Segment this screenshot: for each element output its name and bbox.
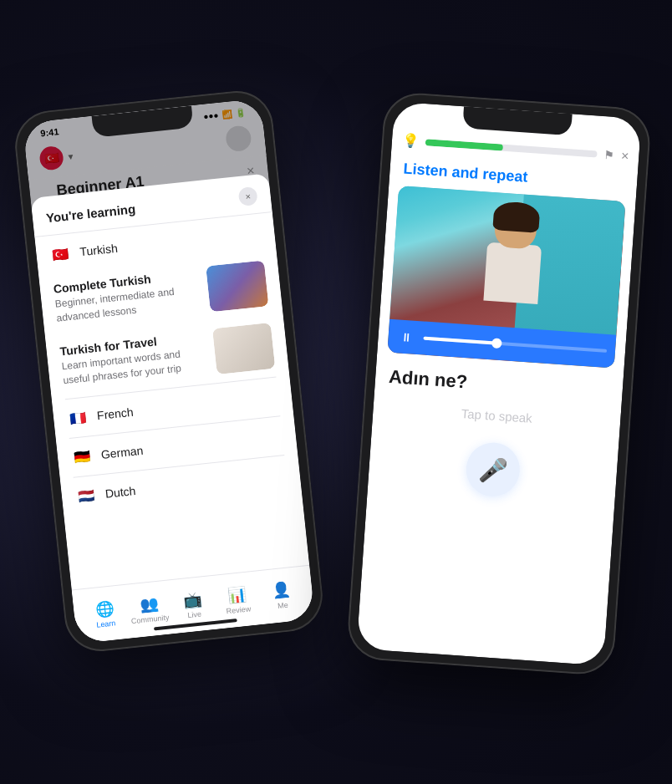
german-lang-label: German (100, 444, 144, 461)
bottom-nav: 🌐 Learn 👥 Community 📺 Live 📊 (72, 565, 315, 644)
learn-icon: 🌐 (94, 599, 115, 619)
complete-turkish-info: Complete Turkish Beginner, intermediate … (53, 267, 203, 326)
nav-me[interactable]: 👤 Me (259, 579, 303, 612)
person-body (483, 242, 542, 304)
left-app: 9:41 ●●● 📶 🔋 🇹🇷 ▼ (23, 99, 315, 644)
pause-button[interactable]: ⏸ (396, 326, 418, 348)
turkish-lang-label: Turkish (79, 242, 119, 259)
phones-container: 9:41 ●●● 📶 🔋 🇹🇷 ▼ (23, 33, 649, 751)
person-hair (492, 201, 540, 233)
left-screen: 9:41 ●●● 📶 🔋 🇹🇷 ▼ (23, 99, 315, 644)
modal-title: You're learning (45, 201, 136, 225)
live-icon: 📺 (183, 589, 203, 609)
city-thumbnail (206, 260, 268, 312)
dutch-lang-label: Dutch (104, 484, 136, 501)
live-label: Live (187, 610, 201, 620)
right-screen: 💡 ⚑ × Listen and repeat (356, 101, 641, 665)
nav-learn[interactable]: 🌐 Learn (83, 598, 127, 630)
right-app: 💡 ⚑ × Listen and repeat (356, 101, 641, 665)
right-phone: 💡 ⚑ × Listen and repeat (346, 91, 653, 677)
microphone-button[interactable]: 🎤 (465, 441, 522, 498)
review-icon: 📊 (227, 585, 247, 605)
learn-label: Learn (96, 619, 116, 629)
audio-thumb (491, 338, 502, 349)
audio-progress[interactable] (423, 337, 607, 353)
french-lang-label: French (96, 405, 134, 422)
me-icon: 👤 (271, 580, 291, 600)
progress-bar (425, 139, 598, 157)
travel-turkish-thumb (212, 323, 275, 374)
nav-review[interactable]: 📊 Review (216, 583, 260, 616)
progress-fill (425, 139, 503, 150)
modal-sheet: You're learning × 🇹🇷 Turkish Complete Tu… (30, 173, 314, 644)
photo-area: ⏸ (387, 186, 625, 368)
review-label: Review (226, 604, 251, 615)
community-label: Community (131, 613, 170, 626)
travel-turkish-info: Turkish for Travel Learn important words… (59, 329, 210, 388)
german-flag-icon: 🇩🇪 (70, 445, 94, 469)
dutch-flag-icon: 🇳🇱 (74, 484, 99, 508)
me-label: Me (277, 601, 288, 610)
complete-turkish-thumb (206, 260, 268, 312)
turkish-flag-icon: 🇹🇷 (48, 242, 73, 266)
community-icon: 👥 (139, 594, 159, 614)
nav-live[interactable]: 📺 Live (171, 588, 216, 621)
bulb-icon: 💡 (401, 132, 419, 149)
nav-community[interactable]: 👥 Community (127, 593, 171, 626)
person-shape (457, 199, 568, 339)
right-close-button[interactable]: × (620, 148, 629, 164)
left-phone: 9:41 ●●● 📶 🔋 🇹🇷 ▼ (12, 88, 326, 655)
modal-close-button[interactable]: × (238, 186, 258, 206)
audio-fill (423, 337, 496, 345)
travel-thumbnail (212, 323, 275, 374)
flag-icon[interactable]: ⚑ (603, 148, 615, 162)
french-flag-icon: 🇫🇷 (66, 405, 90, 430)
